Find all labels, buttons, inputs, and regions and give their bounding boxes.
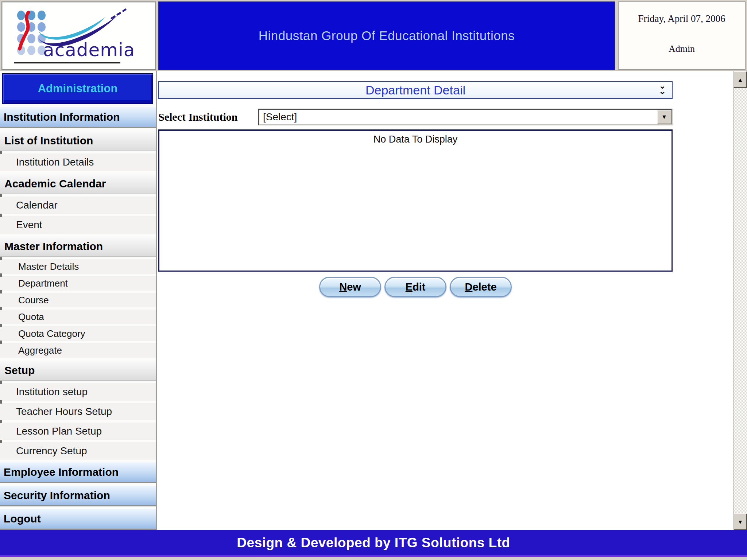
scroll-down-icon: ▼ bbox=[738, 519, 743, 525]
sidebar-item-course[interactable]: Course bbox=[0, 293, 156, 307]
sidebar-item-label: Academic Calendar bbox=[4, 178, 106, 190]
sidebar-item-setup[interactable]: Setup bbox=[0, 361, 156, 381]
department-detail-header: Department Detail ⌄ ⌄ bbox=[158, 81, 673, 99]
select-institution-label: Select Institution bbox=[158, 111, 258, 123]
scroll-up-icon: ▲ bbox=[738, 77, 743, 83]
sidebar-item-security-information[interactable]: Security Information bbox=[0, 485, 156, 506]
sidebar-item-academic-calendar[interactable]: Academic Calendar bbox=[0, 174, 156, 194]
sidebar-item-label: Master Details bbox=[18, 261, 79, 272]
sidebar-title-label: Administration bbox=[38, 82, 118, 95]
sidebar-item-label: Institution Information bbox=[4, 111, 120, 123]
chevron-down-icon: ⌄ bbox=[659, 88, 666, 94]
sidebar-item-event[interactable]: Event bbox=[0, 216, 156, 234]
sidebar-item-label: Institution setup bbox=[16, 386, 88, 398]
bottom-strip bbox=[0, 557, 747, 560]
sidebar-item-label: Master Information bbox=[4, 240, 103, 253]
vertical-scrollbar[interactable]: ▲ ▼ bbox=[733, 71, 747, 530]
edit-button-label: Edit bbox=[386, 281, 445, 293]
sidebar-item-master-information[interactable]: Master Information bbox=[0, 237, 156, 257]
sidebar-item-label: Quota Category bbox=[18, 328, 85, 339]
sidebar-item-lesson-plan-setup[interactable]: Lesson Plan Setup bbox=[0, 423, 156, 440]
sidebar-item-label: Aggregate bbox=[18, 345, 62, 356]
sidebar-item-label: Department bbox=[18, 278, 68, 289]
sidebar-item-logout[interactable]: Logout bbox=[0, 509, 156, 530]
edit-button[interactable]: Edit bbox=[384, 277, 446, 297]
delete-button[interactable]: Delete bbox=[450, 277, 512, 297]
sidebar-item-label: Currency Setup bbox=[16, 445, 87, 457]
sidebar-item-currency-setup[interactable]: Currency Setup bbox=[0, 442, 156, 460]
sidebar-item-department[interactable]: Department bbox=[0, 276, 156, 291]
current-date: Friday, April 07, 2006 bbox=[619, 13, 745, 24]
scrollbar-track[interactable] bbox=[734, 88, 747, 513]
sidebar-item-label: Lesson Plan Setup bbox=[16, 425, 102, 437]
sidebar-item-label: Institution Details bbox=[16, 156, 94, 168]
sidebar-item-label: Quota bbox=[18, 311, 44, 323]
app-title: Hindustan Group Of Educational Instituti… bbox=[259, 28, 515, 43]
logo-brand-text: academia bbox=[43, 39, 135, 61]
new-button[interactable]: New bbox=[319, 277, 381, 297]
footer-credit: Design & Developed by ITG Solutions Ltd bbox=[237, 535, 510, 551]
main-row: Administration Institution Information L… bbox=[0, 70, 747, 530]
institution-dropdown-value: [Select] bbox=[259, 110, 657, 124]
sidebar-item-label: List of Institution bbox=[4, 135, 93, 147]
empty-message: No Data To Display bbox=[159, 134, 671, 145]
sidebar-item-institution-information[interactable]: Institution Information bbox=[0, 107, 156, 128]
logo-panel: academia bbox=[1, 1, 156, 70]
department-data-panel: No Data To Display bbox=[158, 129, 673, 272]
dropdown-arrow-icon: ▼ bbox=[661, 114, 667, 120]
dropdown-arrow-button[interactable]: ▼ bbox=[657, 110, 671, 124]
sidebar-item-institution-setup[interactable]: Institution setup bbox=[0, 383, 156, 401]
sidebar-item-list-of-institution[interactable]: List of Institution bbox=[0, 131, 156, 151]
sidebar-item-calendar[interactable]: Calendar bbox=[0, 197, 156, 214]
logged-in-user: Admin bbox=[619, 43, 745, 54]
date-panel: Friday, April 07, 2006 Admin bbox=[618, 1, 746, 70]
new-button-label: New bbox=[320, 281, 380, 293]
scroll-down-button[interactable]: ▼ bbox=[734, 513, 747, 530]
header: academia Hindustan Group Of Educational … bbox=[0, 0, 747, 70]
sidebar-title-administration[interactable]: Administration bbox=[2, 73, 153, 104]
sidebar-item-label: Event bbox=[16, 219, 42, 231]
collapse-chevron-icon[interactable]: ⌄ ⌄ bbox=[659, 83, 666, 94]
sidebar-item-employee-information[interactable]: Employee Information bbox=[0, 462, 156, 483]
sidebar-item-label: Security Information bbox=[4, 489, 110, 502]
sidebar-item-label: Logout bbox=[4, 513, 41, 525]
sidebar-item-aggregate[interactable]: Aggregate bbox=[0, 343, 156, 358]
sidebar-item-quota[interactable]: Quota bbox=[0, 310, 156, 324]
delete-button-label: Delete bbox=[451, 281, 511, 293]
page-title: Department Detail bbox=[365, 83, 465, 97]
sidebar: Administration Institution Information L… bbox=[0, 71, 157, 530]
sidebar-item-quota-category[interactable]: Quota Category bbox=[0, 326, 156, 341]
sidebar-item-master-details[interactable]: Master Details bbox=[0, 259, 156, 274]
select-institution-row: Select Institution [Select] ▼ bbox=[158, 108, 673, 126]
scroll-up-button[interactable]: ▲ bbox=[734, 71, 747, 88]
academia-logo-icon: academia bbox=[2, 2, 155, 61]
sidebar-item-label: Course bbox=[18, 295, 49, 306]
action-buttons-row: New Edit Delete bbox=[158, 277, 673, 297]
app-title-bar: Hindustan Group Of Educational Instituti… bbox=[158, 1, 615, 70]
sidebar-item-label: Setup bbox=[4, 364, 35, 377]
sidebar-item-label: Teacher Hours Setup bbox=[16, 406, 112, 417]
content-area: Department Detail ⌄ ⌄ Select Institution… bbox=[157, 71, 733, 530]
page: academia Hindustan Group Of Educational … bbox=[0, 0, 747, 560]
sidebar-item-teacher-hours-setup[interactable]: Teacher Hours Setup bbox=[0, 403, 156, 420]
sidebar-item-label: Employee Information bbox=[4, 466, 119, 478]
sidebar-item-institution-details[interactable]: Institution Details bbox=[0, 153, 156, 171]
sidebar-item-label: Calendar bbox=[16, 199, 58, 211]
footer: Design & Developed by ITG Solutions Ltd bbox=[0, 530, 747, 557]
institution-dropdown[interactable]: [Select] ▼ bbox=[258, 109, 673, 125]
logo-underline bbox=[14, 62, 120, 63]
